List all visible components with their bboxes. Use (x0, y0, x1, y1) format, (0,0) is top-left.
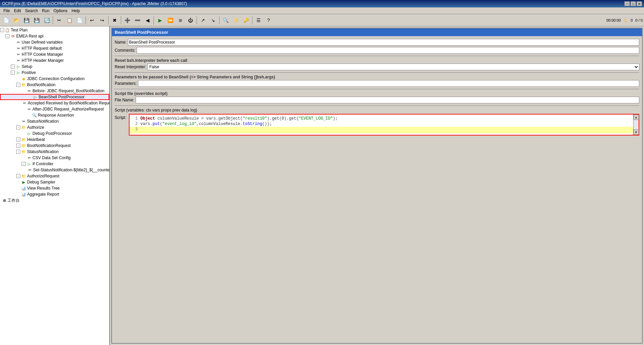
tree-item-boot-req[interactable]: - 📁 BootNotificationRequest (0, 143, 109, 149)
tree-item-status-notification-1[interactable]: ✂ StatusNotification (0, 118, 109, 124)
tree-item-workspace[interactable]: 🖥 工作台 (0, 197, 109, 203)
icon-jdbc: ◆ (21, 76, 26, 81)
revert-button[interactable]: 🔃 (42, 16, 51, 25)
line-num-1: 1 (131, 116, 138, 121)
menu-search[interactable]: Search (23, 8, 40, 14)
label-workspace: 工作台 (7, 198, 20, 203)
icon-before-jdbc: ✂ (26, 88, 32, 94)
label-http-header: HTTP Header Manager (22, 58, 64, 63)
tree-item-beanshell[interactable]: ▷ BeanShell PostProcessor (0, 94, 109, 100)
expander-positive[interactable]: - (11, 71, 15, 75)
clear-all-button[interactable]: ⚡ (231, 16, 240, 25)
tree-item-status-notification-2[interactable]: - 📁 StatusNotification (0, 149, 109, 155)
tree-item-csv[interactable]: ✂ CSV Data Set Config (0, 155, 109, 161)
copy-button[interactable]: 📋 (65, 16, 74, 25)
tree-item-authorize-request[interactable]: - 📁 AuthorizeRequest (0, 173, 109, 179)
tree-item-accepted[interactable]: ✂ Accepted Received by BootNotification … (0, 100, 109, 106)
scroll-up-btn[interactable]: ▲ (634, 115, 639, 120)
start-no-pause-button[interactable]: ⏩ (165, 16, 175, 25)
tree-item-http-cookie[interactable]: ✂ HTTP Cookie Manager (0, 51, 109, 57)
tree-item-emea-rest-api[interactable]: - ⟳ EMEA Rest api (0, 33, 109, 39)
tree-item-set-status[interactable]: ✂ Set-StatusNotification-${title2}_${__c… (0, 167, 109, 173)
tree-item-view-results-tree[interactable]: 📊 View Results Tree (0, 185, 109, 191)
move-up-button[interactable]: ◀ (143, 16, 152, 25)
menu-file[interactable]: File (1, 8, 12, 14)
menu-edit[interactable]: Edit (12, 8, 23, 14)
help-button[interactable]: ? (264, 16, 273, 25)
script-scrollbar[interactable]: ▲ ▼ (633, 115, 639, 135)
file-name-input[interactable] (136, 97, 639, 103)
menu-help[interactable]: Help (69, 8, 82, 14)
expander-if[interactable]: - (22, 162, 26, 166)
stop-button[interactable]: ⏹ (176, 16, 185, 25)
remote-stop-button[interactable]: ↘ (208, 16, 218, 25)
expander-setup[interactable]: - (11, 65, 15, 69)
script-line-2: 2 vars.put("event_log_id",columnValueRes… (130, 121, 633, 127)
tree-item-jdbc[interactable]: ◆ JDBC Connection Configuration (0, 76, 109, 82)
tree-item-http-header[interactable]: ✂ HTTP Header Manager (0, 57, 109, 64)
list-button[interactable]: ☰ (254, 16, 263, 25)
delete-button[interactable]: ✖ (110, 16, 119, 25)
tree-item-positive[interactable]: - ▷ Positive (0, 70, 109, 76)
expander-status-2[interactable]: - (16, 150, 20, 154)
label-http-request: HTTP Request default (22, 46, 62, 51)
expander-heartbeat[interactable]: - (16, 138, 20, 142)
window-controls[interactable]: ─ □ ✕ (624, 1, 642, 6)
expander-emea[interactable]: - (5, 34, 9, 38)
comments-input[interactable] (137, 47, 639, 54)
tree-item-heartbeat[interactable]: - 📁 Heartbeat (0, 137, 109, 143)
parameters-input[interactable] (138, 80, 639, 87)
shutdown-button[interactable]: ⏻ (186, 16, 195, 25)
tree-item-authorize[interactable]: - 📁 Authorize (0, 124, 109, 130)
paste-button[interactable]: 📄 (75, 16, 84, 25)
remote-start-button[interactable]: ↗ (198, 16, 208, 25)
label-if-controller: If Controller (32, 162, 53, 166)
open-button[interactable]: 📂 (12, 16, 21, 25)
expander-test-plan[interactable]: - (0, 28, 4, 32)
label-auth-req: AuthorizeRequest (27, 174, 59, 178)
icon-beanshell: ▷ (32, 94, 38, 100)
tree-item-debug-postprocessor[interactable]: ▷ Debug PostProcessor (0, 130, 109, 137)
file-name-row: File Name: (115, 97, 639, 103)
tree-item-after-jdbc[interactable]: ✂ After-JDBC Request_AuthorizeRequest (0, 106, 109, 112)
tree-item-debug-sampler[interactable]: ▶ Debug Sampler (0, 179, 109, 185)
undo-button[interactable]: ↩ (87, 16, 97, 25)
save-button[interactable]: 💾 (22, 16, 31, 25)
separator-7 (219, 16, 220, 24)
label-user-vars: User Defined variables (22, 40, 63, 45)
redo-button[interactable]: ↪ (97, 16, 107, 25)
minimize-button[interactable]: ─ (624, 1, 630, 6)
close-button[interactable]: ✕ (637, 1, 642, 6)
function-helper-button[interactable]: 🔑 (241, 16, 251, 25)
tree-item-before-jdbc[interactable]: ✂ Before- JDBC Request_BootNotification (0, 88, 109, 94)
cut-button[interactable]: ✂ (54, 16, 64, 25)
menu-run[interactable]: Run (40, 8, 51, 14)
expander-boot[interactable]: - (16, 83, 20, 87)
name-input[interactable] (128, 39, 639, 46)
expander-auth-req[interactable]: - (16, 174, 20, 178)
add-button[interactable]: ➕ (122, 16, 132, 25)
start-button[interactable]: ▶ (155, 16, 165, 25)
expander-boot-req[interactable]: - (16, 144, 20, 148)
tree-item-boot-notification[interactable]: - 📁 BootNotification (0, 82, 109, 88)
scroll-down-btn[interactable]: ▼ (634, 129, 639, 135)
save-as-button[interactable]: 💾 (32, 16, 41, 25)
search-button[interactable]: 🔍 (221, 16, 230, 25)
maximize-button[interactable]: □ (630, 1, 636, 6)
beanshell-panel-title: BeanShell PostProcessor (112, 28, 642, 36)
tree-item-user-defined-vars[interactable]: ✂ User Defined variables (0, 39, 109, 45)
tree-item-if-controller[interactable]: - ▷ If Controller (0, 161, 109, 167)
new-button[interactable]: 📄 (1, 16, 11, 25)
remove-button[interactable]: ➖ (133, 16, 142, 25)
tree-item-http-request-default[interactable]: ✂ HTTP Request default (0, 45, 109, 51)
expander-authorize[interactable]: - (16, 125, 20, 129)
tree-item-test-plan[interactable]: - 📋 Test Plan (0, 27, 109, 33)
icon-status-2: 📁 (21, 149, 26, 154)
toolbar: 📄 📂 💾 💾 🔃 ✂ 📋 📄 ↩ ↪ ✖ ➕ ➖ ◀ ▶ ⏩ ⏹ ⏻ ↗ ↘ … (0, 14, 644, 26)
tree-item-response-assertion[interactable]: 🔍 Response Assertion (0, 112, 109, 118)
menu-options[interactable]: Options (51, 8, 69, 14)
icon-response-assertion: 🔍 (32, 113, 37, 118)
tree-item-aggregate-report[interactable]: 📊 Aggregate Report (0, 191, 109, 197)
reset-interpreter-select[interactable]: False True (147, 64, 639, 70)
tree-item-setup[interactable]: - ▷ Setup (0, 64, 109, 70)
